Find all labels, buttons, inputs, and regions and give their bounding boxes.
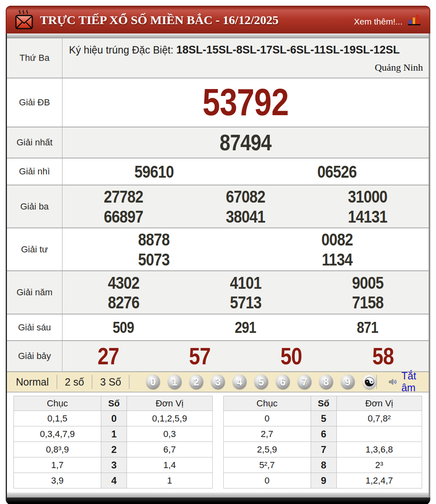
prize-number: 0082 <box>321 230 353 249</box>
control-bar: Normal 2 số 3 Số 0 1 2 3 4 5 6 7 8 9 ☯ <box>7 372 429 392</box>
cell-chuc: 2,7 <box>223 426 311 442</box>
prize-number: 59610 <box>134 162 174 181</box>
separator <box>376 375 377 389</box>
prize-number: 38041 <box>226 207 265 226</box>
row-label: Giải nhì <box>7 158 62 185</box>
ball-3[interactable]: 3 <box>211 375 225 389</box>
cell-donvi: 1,2,4,7 <box>336 473 422 488</box>
summary-section: Chục Số Đơn Vị 0,1,5 0 0,1,2,5,9 0,3,4,7… <box>7 392 429 493</box>
cell-chuc: 0 <box>223 411 311 426</box>
table-row-giai-nhi: Giải nhì 59610 06526 <box>7 158 429 185</box>
prize-number: 4101 <box>230 273 261 292</box>
table-row: 2,7 6 <box>223 426 422 442</box>
cell-donvi: 0,3 <box>127 426 212 442</box>
day-label: Thứ Ba <box>7 38 62 78</box>
cell-chuc: 1,7 <box>14 457 101 473</box>
mode-3so[interactable]: 3 Số <box>98 376 122 388</box>
ball-1[interactable]: 1 <box>168 375 182 389</box>
row-label: Giải tư <box>7 228 62 270</box>
prize-number: 87494 <box>220 130 271 156</box>
ball-2[interactable]: 2 <box>189 375 203 389</box>
table-row: 0,3,4,7,9 1 0,3 <box>14 426 213 442</box>
prize-number: 27 <box>98 343 119 370</box>
separator <box>57 375 57 389</box>
speaker-icon <box>389 376 397 388</box>
cell-donvi: 1 <box>127 473 212 488</box>
special-symbol-cell: Ký hiệu trúng Đặc Biệt: 18SL-15SL-8SL-17… <box>62 38 429 78</box>
prize-number: 7158 <box>352 292 383 312</box>
lottery-widget: TRỰC TIẾP XỔ SỐ MIỀN BẮC - 16/12/2025 Xe… <box>6 6 430 504</box>
table-row: 0,8³,9 2 6,7 <box>14 442 213 457</box>
mute-button[interactable]: Tắt âm <box>389 370 421 394</box>
cell-donvi: 1,4 <box>127 457 212 473</box>
col-header-so: Số <box>101 396 127 411</box>
row-label: Giải ba <box>7 185 62 227</box>
row-label: Giải nhất <box>7 127 62 158</box>
prize-number: 5713 <box>230 292 261 312</box>
cell-chuc: 0,8³,9 <box>14 442 101 457</box>
cell-chuc: 3,9 <box>14 473 101 488</box>
ball-6[interactable]: 6 <box>276 375 290 389</box>
footer-bevel <box>6 493 430 497</box>
cell-donvi: 0,1,2,5,9 <box>127 411 212 426</box>
table-row-giai-bay: Giải bảy 27 57 50 58 <box>7 341 429 372</box>
mode-normal[interactable]: Normal <box>14 376 51 388</box>
table-row: 1,7 3 1,4 <box>14 457 213 473</box>
separator <box>92 375 92 389</box>
ball-9[interactable]: 9 <box>341 375 355 389</box>
cell-so: 4 <box>101 473 127 488</box>
prize-number: 31000 <box>348 187 387 206</box>
row-label: Giải bảy <box>7 341 62 371</box>
cell-so: 7 <box>311 442 336 457</box>
prize-number: 14131 <box>348 207 387 226</box>
cell-donvi: 2³ <box>336 457 422 473</box>
prize-number: 5073 <box>138 250 170 269</box>
table-row-giai-ba: Giải ba 27782 67082 31000 66897 38041 14… <box>7 185 429 228</box>
prize-number: 8276 <box>108 292 139 312</box>
cell-donvi <box>336 426 422 442</box>
separator <box>129 375 129 389</box>
cell-so: 8 <box>311 457 336 473</box>
table-row-info: Thứ Ba Ký hiệu trúng Đặc Biệt: 18SL-15SL… <box>7 38 429 78</box>
ball-7[interactable]: 7 <box>298 375 311 389</box>
yin-yang-icon[interactable]: ☯ <box>363 375 376 389</box>
page: TRỰC TIẾP XỔ SỐ MIỀN BẮC - 16/12/2025 Xe… <box>0 0 436 504</box>
prize-number: 57 <box>189 343 211 370</box>
prize-number: 67082 <box>226 187 265 206</box>
table-row: 0 5 0,7,8² <box>223 411 422 426</box>
prize-number: 4302 <box>108 273 139 292</box>
col-header-donvi: Đơn Vị <box>336 396 422 411</box>
table-row-giai-tu: Giải tư 8878 0082 5073 1134 <box>7 228 429 271</box>
cell-chuc: 2,5,9 <box>223 442 311 457</box>
province-label: Quảng Ninh <box>375 60 423 75</box>
prize-number: 53792 <box>202 81 289 123</box>
results-table: Thứ Ba Ký hiệu trúng Đặc Biệt: 18SL-15SL… <box>6 38 430 493</box>
prize-number: 66897 <box>104 207 143 226</box>
ball-0[interactable]: 0 <box>146 375 160 389</box>
ball-8[interactable]: 8 <box>319 375 333 389</box>
prize-number: 8878 <box>138 230 170 249</box>
symbol-codes: 18SL-15SL-8SL-17SL-6SL-11SL-19SL-12SL <box>176 44 400 56</box>
prize-number: 27782 <box>104 187 143 206</box>
ball-5[interactable]: 5 <box>254 375 268 389</box>
cell-donvi: 1,3,6,8 <box>336 442 422 457</box>
cell-so: 5 <box>311 411 336 426</box>
page-title: TRỰC TIẾP XỔ SỐ MIỀN BẮC - 16/12/2025 <box>40 13 278 27</box>
col-header-donvi: Đơn Vị <box>127 396 212 411</box>
prize-number: 9005 <box>352 273 383 292</box>
prize-number: 509 <box>113 319 134 337</box>
cell-chuc: 0,3,4,7,9 <box>14 426 101 442</box>
col-header-chuc: Chục <box>14 396 101 411</box>
cell-so: 1 <box>101 426 127 442</box>
see-more-link[interactable]: Xem thêm!... <box>354 17 403 27</box>
cell-donvi: 0,7,8² <box>336 411 422 426</box>
summary-table-right: Chục Số Đơn Vị 0 5 0,7,8² 2,7 6 2,5,9 7 <box>223 396 423 488</box>
cell-so: 3 <box>101 457 127 473</box>
ball-4[interactable]: 4 <box>233 375 247 389</box>
table-row-giai-nam: Giải năm 4302 4101 9005 8276 5713 7158 <box>7 271 429 314</box>
row-label: Giải năm <box>7 271 62 314</box>
bar-chart-icon[interactable] <box>407 13 421 27</box>
header-bar: TRỰC TIẾP XỔ SỐ MIỀN BẮC - 16/12/2025 Xe… <box>6 6 430 33</box>
mode-2so[interactable]: 2 số <box>63 376 86 388</box>
table-row-giai-sau: Giải sáu 509 291 871 <box>7 314 429 341</box>
